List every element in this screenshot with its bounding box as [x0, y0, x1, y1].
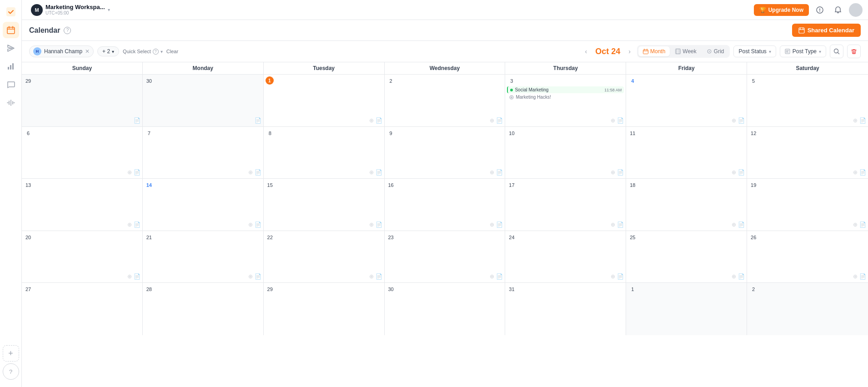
cell-footer: ⊕ 📄 — [386, 168, 503, 176]
add-event-icon[interactable]: ⊕ — [611, 169, 615, 176]
post-status-label: Post Status — [738, 48, 766, 55]
add-event-icon[interactable]: ⊕ — [127, 273, 132, 280]
add-event-icon[interactable]: ⊕ — [853, 221, 858, 228]
add-event-icon[interactable]: ⊕ — [248, 169, 253, 176]
day-cell-oct18: 18 ⊕ 📄 — [626, 179, 747, 231]
add-post-icon[interactable]: 📄 — [859, 169, 866, 176]
user-avatar[interactable] — [849, 3, 863, 17]
sidebar: + ? — [0, 0, 22, 387]
month-view-button[interactable]: Month — [638, 46, 670, 56]
day-number[interactable]: 4 — [628, 76, 637, 85]
send-nav-icon[interactable] — [3, 40, 19, 56]
search-button[interactable] — [830, 45, 843, 58]
shared-calendar-label: Shared Calendar — [808, 27, 854, 34]
add-post-icon[interactable]: 📄 — [496, 273, 503, 280]
add-event-icon[interactable]: ⊕ — [611, 117, 615, 124]
prev-month-button[interactable]: ‹ — [582, 47, 590, 56]
add-post-icon[interactable]: 📄 — [255, 169, 261, 176]
calendar-nav-icon[interactable] — [3, 22, 19, 38]
day-number: 7 — [145, 129, 154, 138]
add-event-icon[interactable]: ⊕ — [611, 273, 615, 280]
shared-calendar-button[interactable]: Shared Calendar — [792, 24, 861, 37]
day-cell-oct1: 1 ⊕ 📄 — [264, 75, 385, 126]
delete-filter-button[interactable] — [847, 45, 861, 58]
add-post-icon[interactable]: 📄 — [376, 169, 382, 176]
add-post-icon[interactable]: 📄 — [738, 117, 745, 124]
cell-footer: ⊕ 📄 — [507, 272, 624, 281]
calendar-help-icon[interactable]: ? — [64, 27, 71, 34]
add-event-icon[interactable]: ⊕ — [127, 169, 132, 176]
add-post-icon[interactable]: 📄 — [134, 221, 140, 228]
next-month-button[interactable]: › — [626, 47, 633, 56]
add-event-icon[interactable]: ⊕ — [127, 221, 132, 228]
extra-people-tag[interactable]: + 2 ▾ — [97, 46, 119, 56]
add-post-icon[interactable]: 📄 — [859, 273, 866, 280]
add-post-icon[interactable]: 📄 — [255, 221, 261, 228]
day-number: 25 — [628, 233, 637, 242]
logo-icon[interactable] — [3, 4, 19, 20]
add-event-icon[interactable]: ⊕ — [248, 221, 253, 228]
add-event-icon[interactable]: ⊕ — [732, 169, 736, 176]
post-type-dropdown[interactable]: Post Type ▾ — [780, 45, 826, 57]
add-post-icon[interactable]: 📄 — [617, 221, 624, 228]
add-post-icon[interactable]: 📄 — [617, 273, 624, 280]
add-workspace-icon[interactable]: + — [3, 345, 19, 362]
notifications-button[interactable] — [831, 3, 845, 17]
add-post-icon[interactable]: 📄 — [134, 169, 140, 176]
help-nav-icon[interactable]: ? — [3, 363, 19, 380]
svg-point-9 — [709, 51, 710, 52]
add-event-icon[interactable]: ⊕ — [732, 273, 736, 280]
add-post-icon[interactable]: 📄 — [496, 117, 503, 124]
upgrade-button[interactable]: 🏆 Upgrade Now — [754, 4, 809, 16]
add-post-icon[interactable]: 📄 — [617, 169, 624, 176]
add-post-icon[interactable]: 📄 — [496, 169, 503, 176]
grid-view-button[interactable]: Grid — [702, 46, 729, 56]
add-post-icon[interactable]: 📄 — [376, 273, 382, 280]
messages-nav-icon[interactable] — [3, 76, 19, 93]
week-view-button[interactable]: Week — [671, 46, 701, 56]
add-event-icon[interactable]: ⊕ — [490, 169, 494, 176]
add-event-icon[interactable]: ⊕ — [611, 221, 615, 228]
person-filter-tag[interactable]: H Hannah Champ ✕ — [29, 45, 94, 57]
add-post-icon[interactable]: 📄 — [255, 273, 261, 280]
add-post-icon[interactable]: 📄 — [376, 117, 382, 124]
add-post-icon[interactable]: 📄 — [738, 169, 745, 176]
add-post-icon[interactable]: 📄 — [859, 117, 866, 124]
add-event-icon[interactable]: ⊕ — [248, 273, 253, 280]
workspace-selector[interactable]: M Marketing Workspa... UTC+05:00 ▾ — [27, 2, 114, 18]
add-event-icon[interactable]: ⊕ — [853, 117, 858, 124]
add-post-icon[interactable]: 📄 — [617, 117, 624, 124]
person-tag-close-icon[interactable]: ✕ — [85, 48, 90, 55]
quick-select-dropdown[interactable]: Quick Select ? ▾ — [123, 49, 163, 55]
add-event-icon[interactable]: ⊕ — [853, 169, 858, 176]
add-event-icon[interactable]: ⊕ — [369, 221, 374, 228]
day-cell-oct22: 22 ⊕ 📄 — [264, 231, 385, 283]
cell-footer: ⊕ 📄 — [628, 168, 745, 176]
add-event-icon[interactable]: ⊕ — [732, 117, 736, 124]
add-event-icon[interactable]: ⊕ — [369, 169, 374, 176]
add-post-icon[interactable]: 📄 — [738, 221, 745, 228]
waveform-nav-icon[interactable] — [3, 95, 19, 111]
cell-footer: ⊕ 📄 — [507, 116, 624, 125]
event-social-marketing[interactable]: Social Marketing 11:58 AM — [507, 86, 624, 93]
add-event-icon[interactable]: ⊕ — [490, 117, 494, 124]
feedback-button[interactable] — [813, 3, 827, 17]
clear-filter-button[interactable]: Clear — [166, 49, 178, 54]
add-event-icon[interactable]: ⊕ — [490, 273, 494, 280]
add-event-icon[interactable]: ⊕ — [490, 221, 494, 228]
post-status-dropdown[interactable]: Post Status ▾ — [733, 45, 776, 57]
add-post-icon[interactable]: 📄 — [376, 221, 382, 228]
add-post-icon[interactable]: 📄 — [134, 273, 140, 280]
add-post-icon[interactable]: 📄 — [496, 221, 503, 228]
analytics-nav-icon[interactable] — [3, 58, 19, 75]
add-post-icon[interactable]: 📄 — [859, 221, 866, 228]
add-event-icon[interactable]: ⊕ — [732, 221, 736, 228]
add-event-icon[interactable]: ⊕ — [369, 273, 374, 280]
add-post-icon[interactable]: 📄 — [134, 117, 140, 124]
add-post-icon[interactable]: 📄 — [255, 117, 261, 124]
add-event-icon[interactable]: ⊕ — [853, 273, 858, 280]
event-sub-item[interactable]: Marketing Hacks! — [507, 94, 624, 100]
add-event-icon[interactable]: ⊕ — [369, 117, 374, 124]
add-post-icon[interactable]: 📄 — [738, 273, 745, 280]
day-number[interactable]: 14 — [145, 181, 154, 190]
